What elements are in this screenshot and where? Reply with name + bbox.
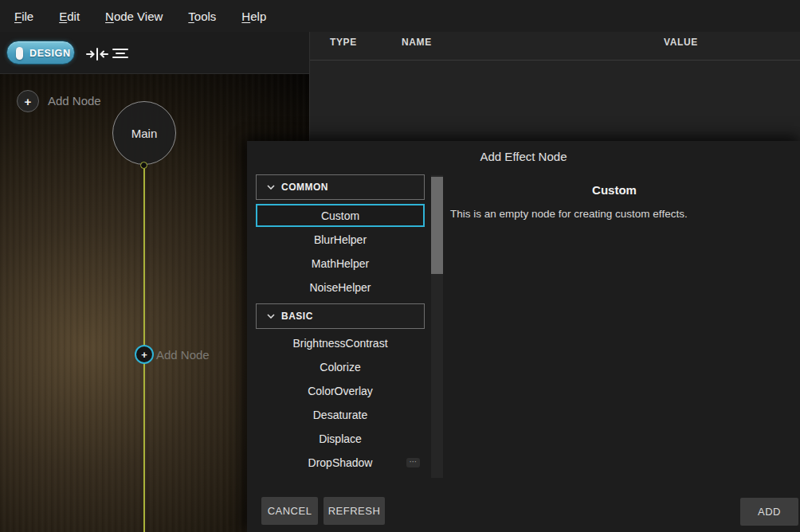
dialog-title: Add Effect Node (247, 150, 800, 163)
application-window: FileEditNode ViewToolsHelp DESIGN (0, 0, 800, 532)
add-node-label-top: Add Node (48, 94, 101, 108)
chevron-down-icon (267, 185, 275, 190)
effect-item-brightnesscontrast[interactable]: BrightnessContrast (256, 331, 425, 355)
menu-file[interactable]: File (14, 10, 33, 23)
chevron-down-icon (267, 314, 275, 319)
effect-detail-heading: Custom (444, 183, 785, 197)
plus-icon: + (141, 349, 147, 361)
menu-node-view[interactable]: Node View (105, 10, 163, 23)
effect-item-noisehelper[interactable]: NoiseHelper (256, 276, 425, 299)
add-node-button-top[interactable]: + (17, 90, 39, 112)
effect-item-custom[interactable]: Custom (256, 204, 425, 227)
design-toggle-label: DESIGN (29, 48, 71, 59)
section-header-basic[interactable]: BASIC (256, 303, 425, 329)
plus-icon: + (25, 95, 32, 108)
add-node-label-wire: Add Node (156, 348, 210, 362)
menu-help[interactable]: Help (241, 10, 266, 23)
main-node[interactable]: Main (112, 101, 176, 165)
design-mode-toggle[interactable]: DESIGN (6, 41, 75, 65)
effect-item-dropshadow[interactable]: DropShadow⋯ (256, 451, 425, 475)
add-node-button-wire[interactable]: + (135, 345, 154, 364)
menu-edit[interactable]: Edit (59, 10, 80, 23)
effect-item-displace[interactable]: Displace (256, 427, 425, 451)
effect-detail-description: This is an empty node for creating custo… (450, 208, 789, 220)
menu-bar: FileEditNode ViewToolsHelp (0, 0, 800, 32)
main-node-label: Main (131, 127, 158, 140)
effect-list-scrollbar[interactable] (431, 175, 443, 478)
main-node-output-port[interactable] (140, 162, 147, 169)
section-label: COMMON (281, 182, 328, 193)
effect-item-desaturate[interactable]: Desaturate (256, 403, 425, 427)
effect-item-coloroverlay[interactable]: ColorOverlay (256, 379, 425, 403)
more-options-icon[interactable]: ⋯ (406, 458, 420, 467)
effect-list: COMMONCustomBlurHelperMathHelperNoiseHel… (256, 174, 425, 513)
effect-item-colorize[interactable]: Colorize (256, 355, 425, 379)
section-label: BASIC (281, 311, 313, 322)
scrollbar-thumb[interactable] (431, 177, 443, 274)
align-lines-icon[interactable] (112, 47, 134, 61)
collapse-horizontal-icon[interactable] (86, 47, 108, 61)
section-header-common[interactable]: COMMON (256, 174, 425, 200)
effect-item-mathhelper[interactable]: MathHelper (256, 252, 425, 276)
menu-tools[interactable]: Tools (188, 10, 216, 23)
refresh-button[interactable]: REFRESH (324, 497, 385, 525)
add-button[interactable]: ADD (740, 498, 798, 526)
cancel-button[interactable]: CANCEL (261, 497, 318, 525)
effect-item-blurhelper[interactable]: BlurHelper (256, 228, 425, 252)
add-effect-node-dialog: Add Effect Node COMMONCustomBlurHelperMa… (247, 141, 800, 532)
toggle-knob-icon (16, 47, 23, 60)
toolbar: DESIGN (0, 32, 309, 74)
